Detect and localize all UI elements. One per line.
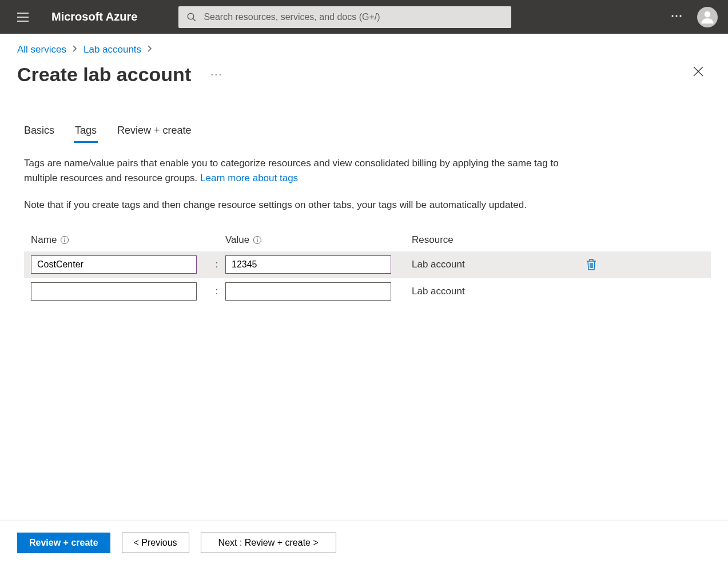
review-create-button[interactable]: Review + create (17, 533, 110, 553)
colon-separator: : (208, 259, 225, 270)
search-icon (186, 12, 197, 22)
search-input[interactable] (204, 12, 503, 22)
svg-point-6 (675, 15, 677, 17)
breadcrumb: All services Lab accounts (17, 44, 711, 55)
tag-value-input[interactable] (225, 255, 391, 274)
learn-more-link[interactable]: Learn more about tags (200, 173, 298, 183)
footer-actions: Review + create < Previous Next : Review… (0, 521, 728, 564)
col-value-label: Value (225, 234, 249, 246)
tab-tags[interactable]: Tags (75, 125, 97, 142)
tag-row: : Lab account (24, 251, 711, 278)
tag-resource-text: Lab account (403, 286, 574, 297)
tag-name-input[interactable] (31, 282, 197, 301)
tags-description: Tags are name/value pairs that enable yo… (17, 156, 589, 213)
title-row: Create lab account ··· (17, 63, 711, 86)
tabs: Basics Tags Review + create (17, 125, 711, 142)
tab-review-create[interactable]: Review + create (117, 125, 192, 142)
svg-point-8 (705, 11, 711, 17)
svg-line-4 (193, 18, 196, 21)
title-more-icon[interactable]: ··· (210, 69, 222, 81)
desc-note: Note that if you create tags and then ch… (24, 198, 589, 213)
trash-icon (586, 258, 597, 271)
global-search[interactable] (178, 6, 511, 28)
user-avatar[interactable] (697, 7, 718, 27)
svg-point-7 (679, 15, 681, 17)
chevron-right-icon (72, 44, 78, 55)
content-area: All services Lab accounts Create lab acc… (0, 34, 728, 521)
tag-resource-text: Lab account (403, 259, 574, 270)
svg-point-5 (671, 15, 673, 17)
header-more-icon[interactable] (670, 9, 683, 25)
previous-button[interactable]: < Previous (122, 533, 189, 553)
tab-basics[interactable]: Basics (24, 125, 54, 142)
svg-point-13 (64, 237, 65, 238)
breadcrumb-link-lab-accounts[interactable]: Lab accounts (83, 44, 141, 55)
info-icon[interactable] (253, 235, 262, 245)
top-header: Microsoft Azure (0, 0, 728, 34)
page-title: Create lab account (17, 63, 191, 86)
chevron-right-icon (147, 44, 153, 55)
svg-point-3 (188, 13, 194, 19)
next-button[interactable]: Next : Review + create > (201, 533, 336, 553)
info-icon[interactable] (60, 235, 69, 245)
person-icon (699, 9, 716, 26)
tags-header-row: Name Value Resource (24, 234, 711, 251)
col-resource-label: Resource (412, 234, 453, 246)
hamburger-icon[interactable] (16, 10, 30, 24)
colon-separator: : (208, 286, 225, 297)
col-name-label: Name (31, 234, 57, 246)
svg-point-16 (257, 237, 258, 238)
breadcrumb-link-all-services[interactable]: All services (17, 44, 66, 55)
tag-value-input[interactable] (225, 282, 391, 301)
tags-table: Name Value Resource : Lab account (24, 234, 711, 305)
tag-row: : Lab account (24, 278, 711, 305)
tag-name-input[interactable] (31, 255, 197, 274)
brand-text: Microsoft Azure (51, 10, 137, 23)
close-panel-button[interactable] (693, 66, 704, 79)
delete-tag-button[interactable] (574, 258, 608, 271)
